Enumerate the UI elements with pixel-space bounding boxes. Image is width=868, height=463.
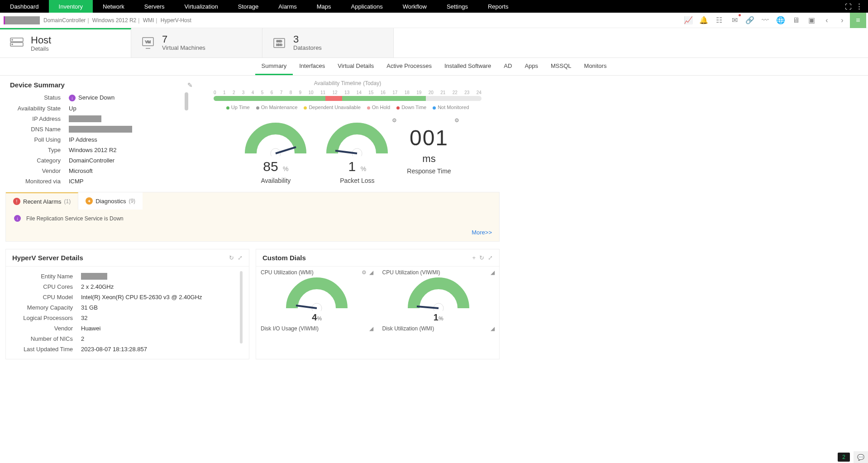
nav-alarms[interactable]: Alarms [268,0,306,13]
gauge-config-icon[interactable]: ⚙ [454,117,459,124]
terminal-icon[interactable]: ▣ [804,13,819,28]
timeline-bar [214,96,482,101]
nav-servers[interactable]: Servers [134,0,175,13]
wave-icon[interactable]: 〰 [758,13,773,28]
section-host-title: Host [31,35,51,45]
dial-disk-util: Disk Utilization (WMI)◢ [378,323,500,334]
hamburger-icon[interactable]: ≡ [850,13,866,28]
dial-chart-icon[interactable]: ◢ [369,325,373,332]
svg-point-3 [12,44,13,45]
compress-icon[interactable]: ⛶ [844,2,853,11]
subtab-installed-software[interactable]: Installed Software [438,58,497,75]
dial-disk-io: Disk I/O Usage (VIWMI)◢ [256,323,378,334]
gauge-packetloss: ⚙ 1 % Packet Loss [325,121,389,184]
section-datastores[interactable]: SSDHDD 3 Datastores [262,28,394,57]
vm-label: Virtual Machines [162,44,205,51]
datastore-icon: SSDHDD [271,34,288,52]
nav-inventory[interactable]: Inventory [49,0,93,13]
subtabs: Summary Interfaces Virtual Details Activ… [0,58,868,76]
dial-chart-icon[interactable]: ◢ [491,269,495,276]
dial-cfg-icon[interactable]: ⚙ [362,269,367,276]
status-down-icon: ↓ [69,95,76,101]
subtab-virtual-details[interactable]: Virtual Details [331,58,380,75]
nodes-icon[interactable]: ☷ [711,13,727,28]
diagnostics-icon: ✦ [86,197,93,205]
dial-chart-icon[interactable]: ◢ [369,269,373,276]
mail-icon[interactable]: ✉ [727,13,742,28]
nav-settings[interactable]: Settings [437,0,478,13]
dial-cpu-viwmi: CPU Utilization (VIWMI)◢ 1% [378,267,500,323]
ds-label: Datastores [293,44,322,51]
dial-cpu-wmi: CPU Utilization (WMI)⚙◢ 4% [256,267,378,323]
more-link[interactable]: More>> [6,227,499,241]
svg-text:HDD: HDD [277,43,283,46]
host-name-redacted [4,16,40,24]
top-nav: Dashboard Inventory Network Servers Virt… [0,0,868,13]
ds-count: 3 [293,34,322,44]
ip-redacted [69,115,101,122]
gauge-availability: 85 % Availability [244,121,307,184]
hyperv-scrollbar[interactable] [240,271,243,344]
chart-icon[interactable]: 📈 [681,13,696,28]
nav-maps[interactable]: Maps [307,0,341,13]
refresh-icon[interactable]: ↻ [229,254,234,261]
subtab-interfaces[interactable]: Interfaces [293,58,331,75]
subtab-apps[interactable]: Apps [518,58,544,75]
dns-redacted [69,126,132,133]
alarm-status-icon: ↓ [14,215,21,222]
timeline-up [214,96,325,101]
nav-workflow[interactable]: Workflow [393,0,437,13]
vm-count: 7 [162,34,205,44]
dials-card: Custom Dials + ↻ ⤢ CPU Utilization (WMI)… [256,249,500,359]
section-host-sub: Details [31,45,51,52]
dials-title: Custom Dials [262,254,468,262]
alarm-red-icon: ! [13,198,20,205]
subtab-mssql[interactable]: MSSQL [544,58,578,75]
subtab-ad[interactable]: AD [497,58,518,75]
subtab-active-processes[interactable]: Active Processes [380,58,438,75]
device-summary-title: Device Summary [10,81,187,89]
screen-icon[interactable]: 🖥 [788,13,804,28]
expand-icon[interactable]: ⤢ [488,254,493,261]
nav-storage[interactable]: Storage [228,0,269,13]
edit-icon[interactable]: ✎ [187,81,193,89]
tab-diagnostics[interactable]: ✦ Diagnostics(9) [78,192,143,210]
next-icon[interactable]: › [835,13,850,28]
timeline-legend: Up Time On Maintenance Dependent Unavail… [200,105,495,110]
timeline-nm [426,96,482,101]
subtab-summary[interactable]: Summary [255,58,293,75]
dial-chart-icon[interactable]: ◢ [491,325,495,332]
breadcrumb: DomainController| Windows 2012 R2| WMI| … [43,17,191,24]
availability-panel: Availability Timeline (Today) 0123456789… [196,78,500,187]
timeline-hours: 0123456789101112131415161718192021222324 [214,90,482,95]
nav-network[interactable]: Network [93,0,134,13]
alarm-item[interactable]: ↓ File Replication Service Service is Do… [6,210,499,227]
alarms-panel: ! Recent Alarms(1) ✦ Diagnostics(9) ↓ Fi… [5,192,500,242]
nav-virtualization[interactable]: Virtualization [175,0,228,13]
alert-icon[interactable]: 🔔 [696,13,711,28]
globe-icon[interactable]: 🌐 [773,13,788,28]
subtab-monitors[interactable]: Monitors [578,58,613,75]
host-icon [8,35,25,52]
tab-recent-alarms[interactable]: ! Recent Alarms(1) [6,192,78,210]
nav-reports[interactable]: Reports [478,0,519,13]
section-host[interactable]: Host Details [0,28,131,57]
timeline-title: Availability Timeline (Today) [200,79,495,86]
nav-dashboard[interactable]: Dashboard [0,0,49,13]
svg-text:VM: VM [145,40,151,44]
prev-icon[interactable]: ‹ [819,13,835,28]
nav-applications[interactable]: Applications [341,0,393,13]
hyperv-title: HyperV Server Details [12,254,225,262]
device-summary-list[interactable]: Status↓Service Down Availability StateUp… [10,92,193,187]
breadcrumb-bar: DomainController| Windows 2012 R2| WMI| … [0,13,868,28]
refresh-icon[interactable]: ↻ [479,254,484,261]
add-icon[interactable]: + [472,254,476,261]
menu-dots-icon[interactable]: ⋮ [854,2,863,11]
device-summary-panel: Device Summary ✎ Status↓Service Down Ava… [5,78,196,187]
gauge-config-icon[interactable]: ⚙ [392,117,397,124]
expand-icon[interactable]: ⤢ [238,254,243,261]
hyperv-card: HyperV Server Details ↻ ⤢ Entity Name CP… [5,249,249,359]
link-icon[interactable]: 🔗 [742,13,758,28]
section-vms[interactable]: VM 7 Virtual Machines [131,28,262,57]
vm-icon: VM [139,34,157,52]
